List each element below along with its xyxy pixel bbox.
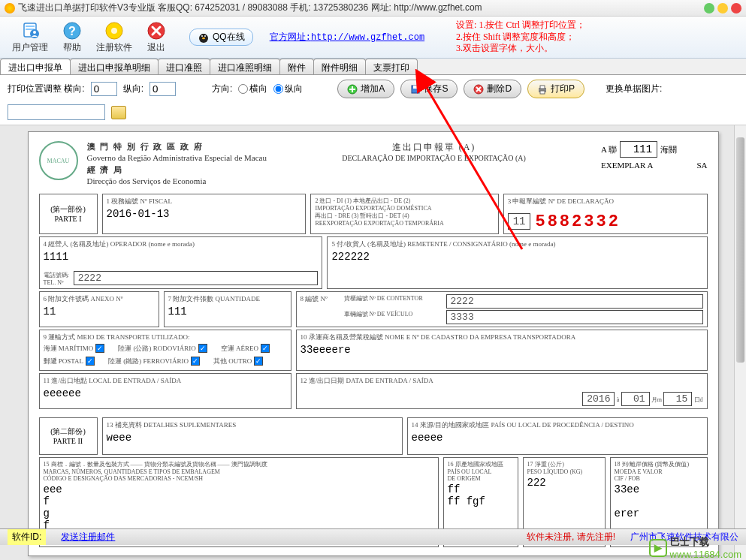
date-day[interactable]: 15 [663, 392, 692, 406]
field-13-value[interactable]: weee [107, 432, 398, 444]
sea-checkbox[interactable]: ✓ [95, 344, 104, 353]
air-checkbox[interactable]: ✓ [261, 344, 270, 353]
field-4-tel-value[interactable]: 2222 [74, 271, 319, 285]
svg-point-13 [204, 35, 206, 37]
tab-declaration[interactable]: 进出口申报单 [0, 59, 71, 74]
field-16-label: 16 原產地國家或地區 PAÍS OU LOCAL DE ORIGEM [448, 460, 514, 482]
svg-point-12 [201, 35, 203, 37]
qq-online-button[interactable]: QQ在线 [189, 29, 253, 46]
field-13-label: 13 補充資料 DETALHES SUPLEMENTARES [107, 420, 398, 430]
tab-cheque[interactable]: 支票打印 [365, 59, 418, 74]
status-bar: 软件ID: 发送注册邮件 软件未注册, 请先注册! 广州市飞速软件技术有限公 [0, 528, 746, 545]
image-path-input[interactable] [8, 104, 105, 120]
field-17-value[interactable]: 222 [527, 477, 601, 489]
software-id-label: 软件ID: [8, 529, 46, 545]
field-14-label: 14 來源/目的地國家或地區 PAÍS OU LOCAL DE PROCEDÊN… [412, 420, 703, 430]
rail-checkbox[interactable]: ✓ [191, 357, 200, 366]
app-icon [5, 3, 15, 14]
maximize-button[interactable] [717, 3, 728, 14]
vertical-scrollbar[interactable] [734, 125, 746, 560]
browse-folder-button[interactable] [111, 106, 126, 119]
date-month[interactable]: 01 [621, 392, 650, 406]
exemplar-block: A 聯111海關 EXEMPLAR ASA [601, 141, 707, 170]
close-button[interactable] [731, 3, 741, 14]
field-10-label: 10 承運商名稱及營業稅編號 NOME E Nº DE CADASTRO DA … [301, 333, 703, 342]
tab-bar: 进出口申报单 进出口申报单明细 进口准照 进口准照明细 附件 附件明细 支票打印 [0, 59, 746, 75]
user-mgmt-label: 用户管理 [12, 41, 48, 54]
svg-rect-21 [540, 91, 545, 94]
parte-2-label: (第二部份) PARTE II [39, 417, 98, 455]
register-button[interactable]: 注册软件 [90, 19, 138, 56]
field-17-label: 17 淨重 (公斤) PESO LÍQUIDO (KG) [527, 460, 601, 475]
svg-point-8 [111, 28, 117, 34]
exit-label: 退出 [147, 41, 165, 54]
minimize-button[interactable] [704, 3, 714, 14]
field-6-value[interactable]: 11 [44, 306, 155, 318]
save-button[interactable]: 保存S [400, 80, 458, 98]
main-toolbar: 用户管理 ? 帮助 注册软件 退出 QQ在线 官方网址:http://www.g… [0, 17, 746, 59]
watermark-brand: 巴士下载 [670, 535, 741, 549]
help-button[interactable]: ? 帮助 [56, 19, 89, 56]
register-label: 注册软件 [96, 41, 132, 54]
svg-rect-1 [26, 26, 35, 27]
field-3-prefix[interactable]: 11 [508, 213, 531, 230]
svg-text:?: ? [68, 25, 76, 38]
declaration-form: MACAU 澳 門 特 別 行 政 區 政 府 Governo da Regiã… [28, 131, 719, 556]
macau-seal-icon: MACAU [39, 141, 78, 180]
tab-import-license-detail[interactable]: 进口准照明细 [210, 59, 280, 74]
orient-vertical-radio[interactable]: 纵向 [273, 83, 303, 95]
watermark: ▶ 巴士下载 www.11684.com [649, 535, 741, 560]
watermark-logo-icon: ▶ [649, 539, 667, 557]
qq-label: QQ在线 [213, 31, 245, 44]
post-checkbox[interactable]: ✓ [86, 357, 95, 366]
road-checkbox[interactable]: ✓ [198, 344, 207, 353]
titlebar: 飞速进出口单据打印软件V3专业版 客服QQ: 674252031 / 89083… [0, 0, 746, 17]
container-no-value[interactable]: 2222 [446, 294, 703, 309]
tab-declaration-detail[interactable]: 进出口申报单明细 [70, 59, 159, 74]
field-5-label: 5 付/收貨人 (名稱及地址) REMETENTE / CONSIGNATÁRI… [331, 239, 702, 249]
field-5-value[interactable]: 222222 [331, 251, 702, 263]
field-12-label: 12 進/出口日期 DATA DE ENTRADA / SAÍDA [301, 376, 703, 386]
tab-attachment[interactable]: 附件 [279, 59, 314, 74]
svg-point-4 [33, 31, 36, 34]
field-14-value[interactable]: eeeee [412, 432, 703, 444]
svg-rect-17 [413, 86, 418, 89]
field-4-value[interactable]: 1111 [44, 251, 319, 263]
settings-hint: 设置: 1.按住 Ctrl 调整打印位置； 2.按住 Shift 调整宽度和高度… [456, 20, 585, 55]
unregistered-warning: 软件未注册, 请先注册! [527, 531, 615, 543]
field-6-label: 6 附加文件號碼 ANEXO Nº [44, 294, 155, 304]
document-viewport[interactable]: MACAU 澳 門 特 別 行 政 區 政 府 Governo da Regiã… [0, 125, 746, 560]
field-7-value[interactable]: 111 [168, 306, 287, 318]
field-18-value[interactable]: 33ee erer [615, 483, 703, 519]
field-11-value[interactable]: eeeeee [44, 387, 287, 399]
date-year[interactable]: 2016 [582, 392, 615, 406]
orient-horizontal-radio[interactable]: 横向 [238, 83, 267, 95]
other-checkbox[interactable]: ✓ [254, 357, 263, 366]
window-title: 飞速进出口单据打印软件V3专业版 客服QQ: 674252031 / 89083… [18, 2, 704, 14]
print-button[interactable]: 打印P [527, 80, 584, 98]
delete-button[interactable]: 删除D [464, 80, 521, 98]
field-10-value[interactable]: 33eeeere [301, 344, 703, 356]
field-3-label: 3 申報單編號 Nº DE DECLARAÇÃO [508, 197, 703, 206]
vertical-label: 纵向: [123, 83, 143, 95]
a-lian-value[interactable]: 111 [620, 141, 657, 158]
field-4-tel-label: 電話號碼: TEL. Nº [44, 271, 69, 286]
field-3-number: 5882332 [535, 212, 620, 231]
official-url[interactable]: 官方网址:http://www.gzfhet.com [270, 31, 424, 44]
print-pos-label: 打印位置调整 横向: [8, 83, 85, 95]
vehicle-no-value[interactable]: 3333 [446, 310, 703, 324]
field-4-label: 4 經營人 (名稱及地址) OPERADOR (nome e morada) [44, 239, 319, 249]
field-1-value[interactable]: 2016-01-13 [107, 208, 302, 220]
add-button[interactable]: 增加A [337, 80, 394, 98]
vertical-input[interactable] [150, 82, 176, 96]
exit-button[interactable]: 退出 [140, 19, 173, 56]
field-18-label: 18 到/離岸價格 (貨幣及價值) MOEDA E VALOR CIF / FO… [615, 460, 703, 482]
control-bar: 打印位置调整 横向: 纵向: 方向: 横向 纵向 增加A 保存S 删除D 打印P… [0, 75, 746, 125]
tab-attachment-detail[interactable]: 附件明细 [313, 59, 366, 74]
field-1-label: 1 稅務編號 Nº FISCAL [107, 197, 302, 206]
user-mgmt-button[interactable]: 用户管理 [6, 19, 54, 56]
horizontal-input[interactable] [91, 82, 117, 96]
watermark-url: www.11684.com [670, 549, 741, 560]
tab-import-license[interactable]: 进口准照 [158, 59, 210, 74]
send-reg-link[interactable]: 发送注册邮件 [61, 531, 115, 543]
